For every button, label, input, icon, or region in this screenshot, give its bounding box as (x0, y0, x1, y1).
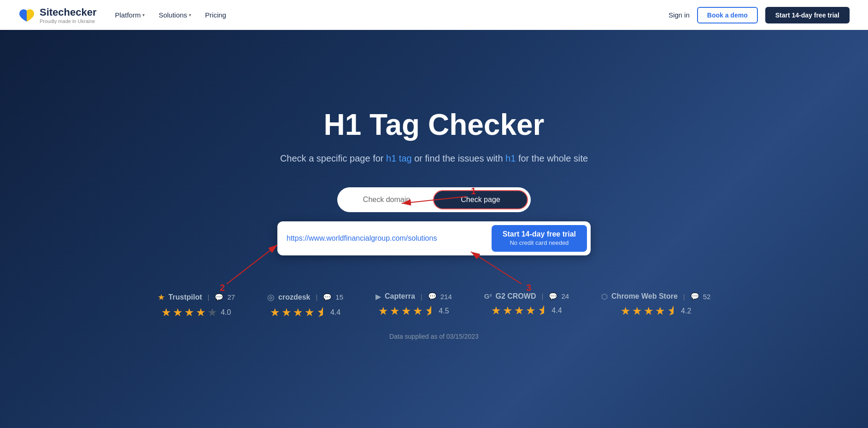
h1-highlight: h1 tag (386, 153, 412, 163)
comment-icon: 💬 (549, 292, 557, 301)
rating-crozdesk: ◎ crozdesk | 💬 15 ★ ★ ★ ★ ⯨ 4.4 (267, 292, 343, 319)
comment-icon: 💬 (215, 293, 223, 301)
tab-check-domain[interactable]: Check domain (340, 190, 433, 209)
logo-area[interactable]: Sitechecker Proudly made in Ukraine (18, 6, 97, 24)
nav-pricing[interactable]: Pricing (205, 11, 226, 19)
trustpilot-icon: ★ (158, 292, 165, 302)
nav-platform[interactable]: Platform ▾ (115, 11, 145, 19)
crozdesk-stars: ★ ★ ★ ★ ⯨ 4.4 (270, 306, 340, 319)
chrome-icon: ⬡ (601, 292, 608, 301)
navbar-left: Sitechecker Proudly made in Ukraine Plat… (18, 6, 226, 24)
nav-solutions[interactable]: Solutions ▾ (158, 11, 191, 19)
svg-line-2 (227, 245, 277, 284)
crozdesk-icon: ◎ (267, 292, 275, 302)
url-input[interactable] (277, 234, 488, 243)
comment-icon: 💬 (323, 293, 332, 301)
tab-switcher: Check domain Check page (337, 187, 531, 212)
logo-name: Sitechecker (40, 6, 97, 18)
comment-icon: 💬 (691, 292, 699, 301)
g2-icon: G² (484, 292, 492, 300)
comment-icon: 💬 (428, 292, 437, 301)
svg-line-4 (471, 252, 522, 284)
data-note: Data supplied as of 03/15/2023 (389, 333, 479, 340)
chrome-stars: ★ ★ ★ ★ ⯨ 4.2 (621, 305, 691, 318)
rating-trustpilot: ★ Trustpilot | 💬 27 ★ ★ ★ ★ ★ 4.0 (158, 292, 235, 319)
chevron-down-icon: ▾ (189, 12, 191, 17)
rating-chrome-webstore: ⬡ Chrome Web Store | 💬 52 ★ ★ ★ ★ ⯨ 4.2 (601, 292, 710, 318)
logo-text: Sitechecker Proudly made in Ukraine (40, 6, 97, 24)
start-trial-button[interactable]: Start 14-day free trial (765, 7, 850, 23)
capterra-icon: ▶ (375, 292, 381, 301)
hero-section: H1 Tag Checker Check a specific page for… (0, 30, 868, 428)
logo-icon (18, 7, 35, 23)
start-trial-cta-button[interactable]: Start 14-day free trial No credit card n… (492, 225, 587, 252)
hero-title: H1 Tag Checker (324, 109, 545, 141)
ratings-section: ★ Trustpilot | 💬 27 ★ ★ ★ ★ ★ 4.0 ◎ croz… (158, 292, 711, 319)
rating-g2crowd: G² G2 CROWD | 💬 24 ★ ★ ★ ★ ⯨ 4.4 (484, 292, 569, 317)
trustpilot-stars: ★ ★ ★ ★ ★ 4.0 (161, 306, 231, 319)
annotation-wrapper: Check domain Check page Start 14-day fre… (227, 187, 641, 255)
signin-button[interactable]: Sign in (669, 11, 690, 19)
nav-links: Platform ▾ Solutions ▾ Pricing (115, 11, 226, 19)
capterra-stars: ★ ★ ★ ★ ⯨ 4.5 (378, 305, 449, 318)
book-demo-button[interactable]: Book a demo (697, 7, 758, 23)
h1-highlight2: h1 (505, 153, 516, 163)
navbar: Sitechecker Proudly made in Ukraine Plat… (0, 0, 868, 30)
rating-capterra: ▶ Capterra | 💬 214 ★ ★ ★ ★ ⯨ 4.5 (375, 292, 452, 318)
svg-text:3: 3 (526, 283, 531, 293)
logo-tagline: Proudly made in Ukraine (40, 18, 97, 24)
navbar-right: Sign in Book a demo Start 14-day free tr… (669, 7, 850, 23)
g2crowd-stars: ★ ★ ★ ★ ⯨ 4.4 (491, 304, 562, 317)
chevron-down-icon: ▾ (142, 12, 145, 17)
svg-text:2: 2 (220, 283, 225, 293)
tab-check-page[interactable]: Check page (433, 190, 528, 209)
search-container: Start 14-day free trial No credit card n… (277, 221, 591, 255)
hero-subtitle: Check a specific page for h1 tag or find… (280, 151, 588, 165)
